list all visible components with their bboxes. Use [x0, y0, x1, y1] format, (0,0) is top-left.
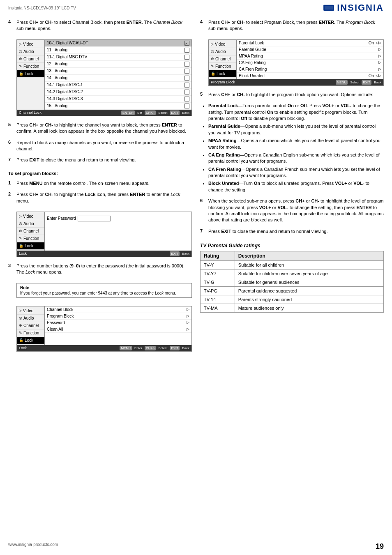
right-step6: 6 When the selected sub-menu opens, pres… [200, 198, 384, 223]
pb-exit-key: EXIT [362, 80, 371, 85]
bullet-block-unrated: Block Unrated—Turn On to block all unrat… [208, 180, 384, 193]
options-list: Parental Lock—Turns parental control On … [208, 103, 384, 195]
ch-check-6 [184, 76, 189, 81]
ch-check-7 [184, 83, 189, 88]
pb-bu-arrow: ◁▷ [376, 74, 381, 78]
pb-footer-label: Program Block [211, 80, 333, 84]
lock-pw-sidebar: ▷ Video ◎ Audio ⊛ Channel ✎ Function [17, 212, 191, 251]
step7-num: 7 [8, 157, 14, 163]
ch-check-2 [184, 48, 189, 53]
ch-num-9: 14-3 Digital ATSC-3 [47, 97, 183, 101]
r-step6-text: When the selected sub-menu opens, press … [208, 198, 384, 223]
pb-parental-lock: Parental Lock On ◁▷ [237, 40, 383, 46]
pb-step2-text: Press CH+ or CH- to highlight the Lock i… [16, 191, 192, 204]
table-row: TV-Y Suitable for all children [201, 261, 384, 269]
menu-left-panel: ▷ Video ◎ Audio ⊛ Channel ✎ Function [17, 40, 45, 110]
step5-num: 5 [8, 122, 14, 135]
bullet-parental-lock: Parental Lock—Turns parental control On … [208, 103, 384, 122]
menu-item-audio: ◎ Audio [17, 48, 44, 55]
ch-check-1 [184, 41, 189, 46]
bullet-parental-guide: Parental Guide—Opens a sub-menu which le… [208, 123, 384, 136]
pb-block-unrated: Block Unrated On ◁▷ [237, 73, 383, 79]
step7-text: Press EXIT to close the menu and return … [16, 157, 136, 163]
lm-ca-arrow: ▷ [187, 327, 189, 331]
left-step7: 7 Press EXIT to close the menu and retur… [8, 157, 192, 163]
menu-item-channel: ⊛ Channel [17, 55, 44, 63]
step6-text: Repeat to block as many channels as you … [16, 140, 192, 152]
pb-sidebar: ▷ Video ◎ Audio ⊛ Channel ✎ Function [209, 40, 383, 79]
channel-row-3: 11-1 Digital MBC DTV [45, 54, 191, 61]
table-row: TV-Y7 Suitable for children over seven y… [201, 269, 384, 278]
r-step7-text: Press EXIT to close the menu and return … [208, 228, 327, 235]
pb-cafren-arrow: ▷ [378, 67, 381, 71]
lm-pb-arrow: ▷ [187, 314, 189, 318]
lm-program-block: Program Block ▷ [45, 313, 191, 320]
r-step4-num: 4 [200, 19, 206, 32]
rating-tv14: TV-14 [201, 295, 235, 304]
ch-num-3: 11-1 Digital MBC DTV [47, 55, 183, 59]
channel-row-4: 12 Analog [45, 61, 191, 68]
menu-item-video-label: Video [23, 42, 33, 46]
pb-step3-text: Press the number buttons (9–0) to enter … [16, 263, 192, 276]
footer-key-enter: ENTER [121, 111, 135, 115]
left-step6: 6 Repeat to block as many channels as yo… [8, 140, 192, 152]
menu-item-channel-label: Channel [23, 57, 39, 61]
pb-function: ✎ Function [209, 63, 236, 70]
ch-num-8: 14-2 Digital ATSC-2 [47, 90, 183, 94]
left-step5: 5 Press CH+ or CH- to highlight the chan… [8, 122, 192, 135]
tv-ratings-section: TV Parental Guide ratings Rating Descrip… [200, 243, 384, 313]
channel-row-5: 13 Analog [45, 68, 191, 75]
lm-audio-label: Audio [23, 316, 34, 320]
pb-video: ▷ Video [209, 41, 236, 48]
pb-back-label: Back [374, 81, 381, 84]
lp-footer-label: Lock [19, 251, 167, 256]
lp-channel-label: Channel [23, 229, 39, 233]
bullet-ca-eng: CA Eng Rating—Opens a Canadian English s… [208, 152, 384, 165]
ch-num-5: 13 Analog [47, 69, 183, 73]
lm-footer-label: Lock [19, 346, 117, 350]
lm-clean-all: Clean All ▷ [45, 326, 191, 333]
desc-tvpg: Parental guidance suggested [235, 287, 383, 295]
step6-num: 6 [8, 140, 14, 152]
menu-channel-list: 10-1 Digital WCAU-DT 11 Analog 11-1 Digi… [45, 40, 191, 110]
channel-row-7: 14-1 Digital ATSC-1 [45, 82, 191, 89]
rating-tvy7: TV-Y7 [201, 269, 235, 278]
channel-lock-footer: Channel Lock ENTER Set CH+/- Select EXIT… [17, 110, 191, 116]
right-step4: 4 Press CH+ or CH- to select Program Blo… [200, 19, 384, 32]
lock-pw-right: Enter Password [45, 212, 191, 251]
right-column: 4 Press CH+ or CH- to select Program Blo… [200, 19, 384, 354]
step5-text: Press CH+ or CH- to highlight the channe… [16, 122, 192, 135]
channel-row-8: 14-2 Digital ATSC-2 [45, 89, 191, 96]
page-header: Insignia NS-LCD19W-09 19" LCD TV INSIGNI… [0, 0, 392, 15]
pb-step3: 3 Press the number buttons (9–0) to ente… [8, 263, 192, 276]
channel-row-9: 14-3 Digital ATSC-3 [45, 96, 191, 103]
right-step5: 5 Press CH+ or CH- to highlight the prog… [200, 92, 384, 98]
lp-video-icon: ▷ [19, 214, 22, 218]
note-text: If you forget your password, you can ent… [20, 291, 188, 295]
pb-step2-num: 2 [8, 191, 14, 204]
lp-function: ✎ Function [17, 235, 44, 242]
footer-key-chpm: CH+/- [145, 111, 156, 115]
page-number: 19 [376, 542, 384, 551]
r-step5-num: 5 [200, 92, 206, 98]
footer-select-label: Select [158, 111, 167, 115]
pb-cafren-label: CA Fren Rating [239, 67, 377, 71]
pb-audio-label: Audio [215, 49, 226, 54]
lm-function-icon: ✎ [19, 331, 22, 335]
lp-audio-label: Audio [23, 221, 34, 226]
program-block-menu: ▷ Video ◎ Audio ⊛ Channel ✎ Function [208, 39, 384, 86]
table-row: TV-MA Mature audiences only [201, 304, 384, 313]
pb-audio: ◎ Audio [209, 48, 236, 55]
footer-label-cl: Channel Lock [19, 111, 119, 115]
lock-main-menu: ▷ Video ◎ Audio ⊛ Channel ✎ Function [16, 306, 192, 352]
menu-item-lock-label: Lock [25, 71, 33, 76]
lock-main-footer: Lock MENU Enter CH+/- Select EXIT Back [17, 345, 191, 351]
pb-ca-fren: CA Fren Rating ▷ [237, 66, 383, 73]
lm-exit-key: EXIT [170, 346, 180, 350]
pb-audio-icon: ◎ [211, 49, 214, 53]
pb-mpaa-arrow: ▷ [378, 54, 381, 58]
note-title: Note [20, 286, 188, 290]
logo-icon [323, 3, 334, 12]
menu-item-video: ▷ Video [17, 41, 44, 48]
password-input-box [78, 216, 111, 221]
